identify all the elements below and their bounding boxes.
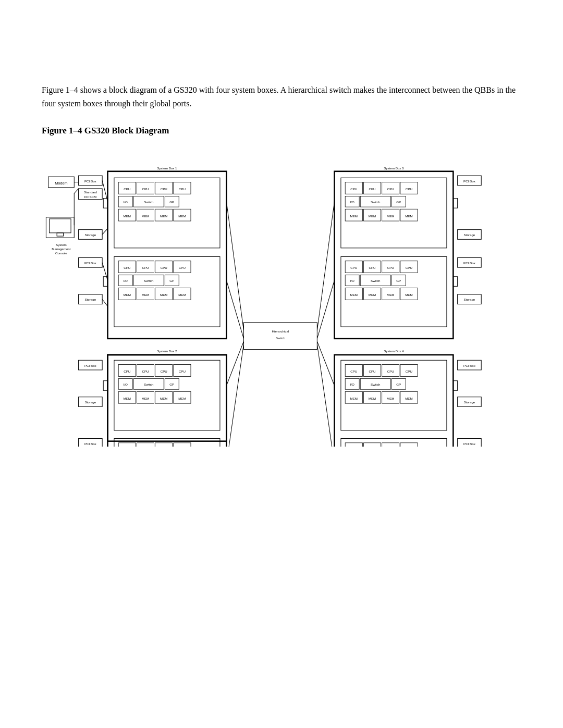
svg-text:System Box 3: System Box 3 <box>384 166 404 170</box>
svg-text:CPU: CPU <box>124 187 130 191</box>
intro-paragraph: Figure 1–4 shows a block diagram of a GS… <box>42 83 521 110</box>
svg-line-70 <box>102 299 107 306</box>
svg-text:MEM: MEM <box>405 397 412 400</box>
svg-text:PCI Box: PCI Box <box>84 364 97 367</box>
intro-text: Figure 1–4 shows a block diagram of a GS… <box>42 85 516 108</box>
svg-text:CPU: CPU <box>406 369 412 373</box>
svg-text:CPU: CPU <box>179 187 186 191</box>
svg-text:MEM: MEM <box>124 293 131 297</box>
svg-rect-216 <box>345 443 362 447</box>
svg-text:CPU: CPU <box>369 187 375 191</box>
svg-line-254 <box>226 344 243 447</box>
svg-text:CPU: CPU <box>179 266 186 269</box>
svg-text:MEM: MEM <box>369 397 376 400</box>
svg-text:Standard: Standard <box>84 190 97 194</box>
svg-text:CPU: CPU <box>142 187 149 191</box>
svg-text:MEM: MEM <box>405 293 412 297</box>
svg-text:MEM: MEM <box>142 293 149 297</box>
svg-text:MEM: MEM <box>350 293 358 297</box>
svg-text:Switch: Switch <box>144 200 154 204</box>
page: Figure 1–4 shows a block diagram of a GS… <box>0 83 563 728</box>
svg-text:CPU: CPU <box>161 266 167 269</box>
svg-text:PCI Box: PCI Box <box>84 261 97 265</box>
svg-text:I/O: I/O <box>350 279 354 282</box>
svg-rect-3 <box>50 219 71 233</box>
svg-text:GP: GP <box>396 382 401 386</box>
svg-text:Modem: Modem <box>55 181 67 186</box>
svg-text:Storage: Storage <box>84 298 96 302</box>
svg-rect-222 <box>400 443 418 447</box>
svg-text:MEM: MEM <box>160 293 167 297</box>
svg-text:MEM: MEM <box>160 397 167 400</box>
svg-rect-4 <box>57 233 63 236</box>
svg-text:MEM: MEM <box>369 214 376 218</box>
svg-text:PCI Box: PCI Box <box>463 442 476 446</box>
svg-text:MEM: MEM <box>160 214 167 218</box>
diagram-svg: text { font-family: Arial, Helvetica, sa… <box>21 144 542 447</box>
svg-text:System Box 1: System Box 1 <box>157 166 177 170</box>
svg-text:CPU: CPU <box>369 266 375 269</box>
svg-text:CPU: CPU <box>142 266 149 269</box>
svg-text:Storage: Storage <box>84 400 96 404</box>
svg-text:MEM: MEM <box>350 214 358 218</box>
svg-text:Storage: Storage <box>464 400 475 404</box>
svg-text:System Box 2: System Box 2 <box>157 349 177 353</box>
svg-text:CPU: CPU <box>124 369 130 373</box>
svg-text:I/O SCM: I/O SCM <box>84 195 96 199</box>
svg-text:CPU: CPU <box>350 369 357 373</box>
svg-text:I/O: I/O <box>124 279 128 282</box>
svg-text:PCI Box: PCI Box <box>463 261 476 265</box>
svg-rect-218 <box>363 443 381 447</box>
figure-title: Figure 1–4 GS320 Block Diagram <box>42 126 521 136</box>
svg-rect-220 <box>382 443 399 447</box>
svg-text:Hierarchical: Hierarchical <box>272 330 289 334</box>
diagram-container: text { font-family: Arial, Helvetica, sa… <box>21 144 542 447</box>
svg-text:Storage: Storage <box>464 298 475 302</box>
svg-text:Switch: Switch <box>144 382 154 386</box>
svg-line-68 <box>102 229 107 235</box>
svg-text:MEM: MEM <box>350 397 358 400</box>
svg-text:GP: GP <box>396 279 401 282</box>
svg-text:Console: Console <box>55 251 67 255</box>
svg-text:PCI Box: PCI Box <box>84 179 97 183</box>
svg-text:Switch: Switch <box>276 336 286 340</box>
svg-text:CPU: CPU <box>406 187 412 191</box>
svg-text:MEM: MEM <box>124 214 131 218</box>
svg-text:Switch: Switch <box>371 382 381 386</box>
svg-rect-164 <box>174 443 191 447</box>
svg-text:MEM: MEM <box>178 397 186 400</box>
svg-text:MEM: MEM <box>387 214 394 218</box>
svg-text:Switch: Switch <box>371 279 381 282</box>
svg-rect-2 <box>46 217 74 238</box>
svg-text:MEM: MEM <box>178 293 186 297</box>
svg-line-255 <box>317 202 334 331</box>
svg-text:MEM: MEM <box>178 214 186 218</box>
svg-text:CPU: CPU <box>387 369 394 373</box>
svg-text:PCI Box: PCI Box <box>84 442 97 446</box>
svg-text:GP: GP <box>169 279 174 282</box>
svg-text:MEM: MEM <box>142 214 149 218</box>
svg-rect-158 <box>118 443 136 447</box>
svg-line-258 <box>317 344 334 447</box>
svg-text:I/O: I/O <box>350 382 354 386</box>
svg-text:CPU: CPU <box>179 369 186 373</box>
svg-text:Switch: Switch <box>371 200 381 204</box>
svg-text:CPU: CPU <box>161 187 167 191</box>
svg-text:MEM: MEM <box>405 214 412 218</box>
svg-text:GP: GP <box>169 200 174 204</box>
svg-rect-160 <box>137 443 154 447</box>
svg-text:Management: Management <box>52 247 70 251</box>
svg-text:CPU: CPU <box>406 266 412 269</box>
svg-text:MEM: MEM <box>387 293 394 297</box>
svg-text:GP: GP <box>169 382 174 386</box>
svg-text:CPU: CPU <box>369 369 375 373</box>
svg-text:CPU: CPU <box>350 187 357 191</box>
svg-text:Storage: Storage <box>84 233 96 237</box>
svg-text:System: System <box>56 243 67 246</box>
svg-text:MEM: MEM <box>124 397 131 400</box>
svg-line-251 <box>226 202 243 331</box>
svg-text:CPU: CPU <box>124 266 130 269</box>
svg-text:CPU: CPU <box>350 266 357 269</box>
svg-text:MEM: MEM <box>142 397 149 400</box>
svg-text:Storage: Storage <box>464 233 475 237</box>
